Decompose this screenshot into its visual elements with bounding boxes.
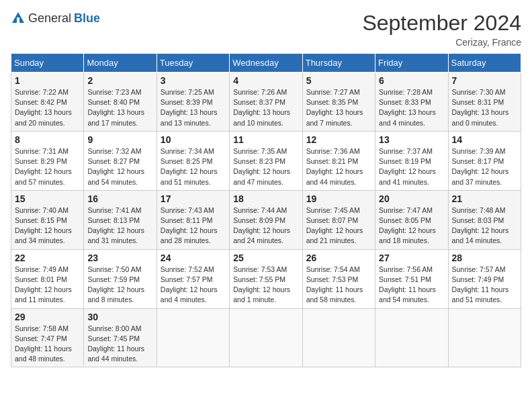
- svg-rect-1: [17, 17, 19, 23]
- day-info: Sunrise: 7:54 AMSunset: 7:53 PMDaylight:…: [306, 265, 363, 304]
- day-info: Sunrise: 7:36 AMSunset: 8:21 PMDaylight:…: [306, 147, 363, 186]
- day-info: Sunrise: 7:30 AMSunset: 8:31 PMDaylight:…: [452, 88, 509, 127]
- table-row: 8 Sunrise: 7:31 AMSunset: 8:29 PMDayligh…: [11, 131, 84, 190]
- day-info: Sunrise: 7:48 AMSunset: 8:03 PMDaylight:…: [452, 206, 509, 245]
- calendar-week-row: 22 Sunrise: 7:49 AMSunset: 8:01 PMDaylig…: [11, 249, 521, 308]
- day-info: Sunrise: 7:40 AMSunset: 8:15 PMDaylight:…: [15, 206, 72, 245]
- day-info: Sunrise: 7:52 AMSunset: 7:57 PMDaylight:…: [161, 265, 218, 304]
- day-number: 5: [306, 75, 371, 86]
- day-number: 1: [15, 75, 80, 86]
- page-header: GeneralBlue September 2024 Cerizay, Fran…: [11, 11, 521, 48]
- day-info: Sunrise: 7:39 AMSunset: 8:17 PMDaylight:…: [452, 147, 509, 186]
- table-row: 27 Sunrise: 7:56 AMSunset: 7:51 PMDaylig…: [375, 249, 448, 308]
- table-row: 21 Sunrise: 7:48 AMSunset: 8:03 PMDaylig…: [448, 190, 521, 249]
- table-row: 6 Sunrise: 7:28 AMSunset: 8:33 PMDayligh…: [375, 73, 448, 132]
- day-info: Sunrise: 7:28 AMSunset: 8:33 PMDaylight:…: [379, 88, 436, 127]
- day-number: 29: [15, 312, 80, 322]
- day-number: 10: [161, 134, 226, 145]
- header-saturday: Saturday: [448, 54, 521, 73]
- month-title: September 2024: [362, 11, 521, 36]
- day-info: Sunrise: 7:41 AMSunset: 8:13 PMDaylight:…: [87, 206, 144, 245]
- day-number: 3: [161, 75, 226, 86]
- header-sunday: Sunday: [11, 54, 84, 73]
- day-info: Sunrise: 7:57 AMSunset: 7:49 PMDaylight:…: [452, 265, 509, 304]
- day-number: 18: [233, 193, 298, 204]
- table-row: 29 Sunrise: 7:58 AMSunset: 7:47 PMDaylig…: [11, 308, 84, 367]
- table-row: 12 Sunrise: 7:36 AMSunset: 8:21 PMDaylig…: [302, 131, 375, 190]
- day-number: 4: [233, 75, 298, 86]
- header-friday: Friday: [375, 54, 448, 73]
- day-number: 13: [379, 134, 444, 145]
- table-row: 9 Sunrise: 7:32 AMSunset: 8:27 PMDayligh…: [84, 131, 157, 190]
- table-row: 26 Sunrise: 7:54 AMSunset: 7:53 PMDaylig…: [302, 249, 375, 308]
- day-info: Sunrise: 7:34 AMSunset: 8:25 PMDaylight:…: [161, 147, 218, 186]
- day-info: Sunrise: 7:26 AMSunset: 8:37 PMDaylight:…: [233, 88, 290, 127]
- day-info: Sunrise: 7:53 AMSunset: 7:55 PMDaylight:…: [233, 265, 290, 304]
- day-info: Sunrise: 7:47 AMSunset: 8:05 PMDaylight:…: [379, 206, 436, 245]
- day-number: 9: [87, 134, 152, 145]
- day-info: Sunrise: 7:37 AMSunset: 8:19 PMDaylight:…: [379, 147, 436, 186]
- table-row: 15 Sunrise: 7:40 AMSunset: 8:15 PMDaylig…: [11, 190, 84, 249]
- header-monday: Monday: [84, 54, 157, 73]
- day-info: Sunrise: 7:22 AMSunset: 8:42 PMDaylight:…: [15, 88, 72, 127]
- calendar-table: Sunday Monday Tuesday Wednesday Thursday…: [11, 53, 521, 367]
- day-info: Sunrise: 7:56 AMSunset: 7:51 PMDaylight:…: [379, 265, 436, 304]
- table-row: 24 Sunrise: 7:52 AMSunset: 7:57 PMDaylig…: [157, 249, 229, 308]
- table-row: 25 Sunrise: 7:53 AMSunset: 7:55 PMDaylig…: [230, 249, 302, 308]
- table-row: 2 Sunrise: 7:23 AMSunset: 8:40 PMDayligh…: [84, 73, 157, 132]
- calendar-week-row: 8 Sunrise: 7:31 AMSunset: 8:29 PMDayligh…: [11, 131, 521, 190]
- table-row: 22 Sunrise: 7:49 AMSunset: 8:01 PMDaylig…: [11, 249, 84, 308]
- table-row: 30 Sunrise: 8:00 AMSunset: 7:45 PMDaylig…: [84, 308, 157, 367]
- logo-general: General: [28, 11, 71, 26]
- title-block: September 2024 Cerizay, France: [362, 11, 521, 48]
- table-row: 11 Sunrise: 7:35 AMSunset: 8:23 PMDaylig…: [230, 131, 302, 190]
- day-number: 20: [379, 193, 444, 204]
- day-number: 17: [161, 193, 226, 204]
- day-info: Sunrise: 7:45 AMSunset: 8:07 PMDaylight:…: [306, 206, 363, 245]
- table-row: [157, 308, 229, 367]
- day-number: 24: [161, 253, 226, 263]
- table-row: 19 Sunrise: 7:45 AMSunset: 8:07 PMDaylig…: [302, 190, 375, 249]
- day-info: Sunrise: 7:43 AMSunset: 8:11 PMDaylight:…: [161, 206, 218, 245]
- day-number: 11: [233, 134, 298, 145]
- table-row: 3 Sunrise: 7:25 AMSunset: 8:39 PMDayligh…: [157, 73, 229, 132]
- table-row: 17 Sunrise: 7:43 AMSunset: 8:11 PMDaylig…: [157, 190, 229, 249]
- day-number: 8: [15, 134, 80, 145]
- day-number: 22: [15, 253, 80, 263]
- day-number: 26: [306, 253, 371, 263]
- table-row: 23 Sunrise: 7:50 AMSunset: 7:59 PMDaylig…: [84, 249, 157, 308]
- calendar-week-row: 29 Sunrise: 7:58 AMSunset: 7:47 PMDaylig…: [11, 308, 521, 367]
- day-number: 14: [452, 134, 517, 145]
- calendar-week-row: 15 Sunrise: 7:40 AMSunset: 8:15 PMDaylig…: [11, 190, 521, 249]
- day-number: 12: [306, 134, 371, 145]
- table-row: 16 Sunrise: 7:41 AMSunset: 8:13 PMDaylig…: [84, 190, 157, 249]
- day-info: Sunrise: 8:00 AMSunset: 7:45 PMDaylight:…: [87, 324, 144, 363]
- table-row: 5 Sunrise: 7:27 AMSunset: 8:35 PMDayligh…: [302, 73, 375, 132]
- day-info: Sunrise: 7:35 AMSunset: 8:23 PMDaylight:…: [233, 147, 290, 186]
- day-number: 6: [379, 75, 444, 86]
- day-number: 19: [306, 193, 371, 204]
- location: Cerizay, France: [362, 37, 521, 48]
- day-number: 15: [15, 193, 80, 204]
- table-row: 13 Sunrise: 7:37 AMSunset: 8:19 PMDaylig…: [375, 131, 448, 190]
- day-info: Sunrise: 7:32 AMSunset: 8:27 PMDaylight:…: [87, 147, 144, 186]
- day-number: 25: [233, 253, 298, 263]
- day-info: Sunrise: 7:49 AMSunset: 8:01 PMDaylight:…: [15, 265, 72, 304]
- day-info: Sunrise: 7:44 AMSunset: 8:09 PMDaylight:…: [233, 206, 290, 245]
- table-row: 4 Sunrise: 7:26 AMSunset: 8:37 PMDayligh…: [230, 73, 302, 132]
- day-number: 23: [87, 253, 152, 263]
- day-info: Sunrise: 7:31 AMSunset: 8:29 PMDaylight:…: [15, 147, 72, 186]
- header-wednesday: Wednesday: [230, 54, 302, 73]
- table-row: 7 Sunrise: 7:30 AMSunset: 8:31 PMDayligh…: [448, 73, 521, 132]
- logo-icon: [11, 11, 26, 26]
- day-number: 2: [87, 75, 152, 86]
- table-row: [230, 308, 302, 367]
- table-row: 20 Sunrise: 7:47 AMSunset: 8:05 PMDaylig…: [375, 190, 448, 249]
- calendar-week-row: 1 Sunrise: 7:22 AMSunset: 8:42 PMDayligh…: [11, 73, 521, 132]
- table-row: [448, 308, 521, 367]
- day-number: 16: [87, 193, 152, 204]
- day-number: 7: [452, 75, 517, 86]
- day-number: 21: [452, 193, 517, 204]
- logo: GeneralBlue: [11, 11, 100, 26]
- day-info: Sunrise: 7:23 AMSunset: 8:40 PMDaylight:…: [87, 88, 144, 127]
